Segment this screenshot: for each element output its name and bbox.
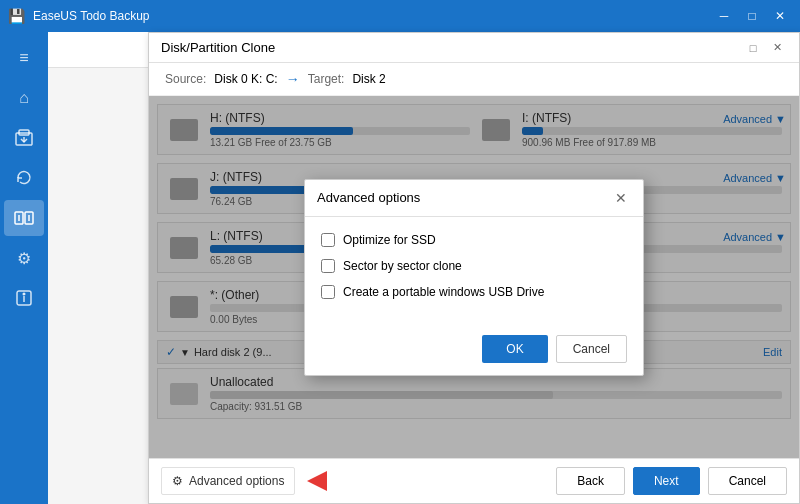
portable-usb-checkbox[interactable] (321, 285, 335, 299)
target-value: Disk 2 (352, 72, 385, 86)
modal-close-button[interactable]: ✕ (611, 188, 631, 208)
sidebar: ≡ ⌂ ⚙ (0, 32, 48, 504)
sidebar-item-home[interactable]: ⌂ (4, 80, 44, 116)
sidebar-item-tools[interactable]: ⚙ (4, 240, 44, 276)
modal-overlay: Advanced options ✕ Optimize for SSD Sect… (149, 96, 799, 458)
source-value: Disk 0 K: C: (214, 72, 277, 86)
sidebar-item-menu[interactable]: ≡ (4, 40, 44, 76)
sidebar-item-recovery[interactable] (4, 160, 44, 196)
maximize-button[interactable]: □ (740, 6, 764, 26)
optimize-ssd-label: Optimize for SSD (343, 233, 436, 247)
modal-body: Optimize for SSD Sector by sector clone … (305, 217, 643, 327)
disk-list-area[interactable]: H: (NTFS) 13.21 GB Free of 23.75 GB I: (… (149, 96, 799, 458)
portable-usb-label: Create a portable windows USB Drive (343, 285, 544, 299)
advanced-options-label: Advanced options (189, 474, 284, 488)
sidebar-item-clone[interactable] (4, 200, 44, 236)
target-label: Target: (308, 72, 345, 86)
content-area: Sort by Type ▼ Disk/Partition Clone □ ✕ … (48, 32, 800, 504)
app-icon: 💾 (8, 8, 25, 24)
sidebar-item-info[interactable] (4, 280, 44, 316)
sector-clone-checkbox[interactable] (321, 259, 335, 273)
modal-ok-button[interactable]: OK (482, 335, 547, 363)
cancel-button[interactable]: Cancel (708, 467, 787, 495)
back-button[interactable]: Back (556, 467, 625, 495)
close-button[interactable]: ✕ (768, 6, 792, 26)
clone-close-button[interactable]: ✕ (767, 39, 787, 57)
title-bar-controls: ─ □ ✕ (712, 6, 792, 26)
checkbox-row-2: Sector by sector clone (321, 259, 627, 273)
clone-maximize-button[interactable]: □ (743, 39, 763, 57)
modal-title-bar: Advanced options ✕ (305, 180, 643, 217)
source-target-row: Source: Disk 0 K: C: → Target: Disk 2 (149, 63, 799, 96)
svg-point-9 (23, 293, 25, 295)
clone-window-title: Disk/Partition Clone (161, 40, 275, 55)
clone-title-bar: Disk/Partition Clone □ ✕ (149, 33, 799, 63)
sidebar-item-backup[interactable] (4, 120, 44, 156)
minimize-button[interactable]: ─ (712, 6, 736, 26)
modal-title: Advanced options (317, 190, 420, 205)
clone-window: Disk/Partition Clone □ ✕ Source: Disk 0 … (148, 32, 800, 504)
modal-cancel-button[interactable]: Cancel (556, 335, 627, 363)
checkbox-row-1: Optimize for SSD (321, 233, 627, 247)
checkbox-row-3: Create a portable windows USB Drive (321, 285, 627, 299)
clone-window-controls: □ ✕ (743, 39, 787, 57)
app-body: ≡ ⌂ ⚙ (0, 32, 800, 504)
clone-bottom-bar: ⚙ Advanced options Back Next Cancel (149, 458, 799, 503)
gear-icon: ⚙ (172, 474, 183, 488)
app-title: EaseUS Todo Backup (33, 9, 704, 23)
arrow-icon: → (286, 71, 300, 87)
modal-footer: OK Cancel (305, 327, 643, 375)
advanced-options-modal: Advanced options ✕ Optimize for SSD Sect… (304, 179, 644, 376)
next-button[interactable]: Next (633, 467, 700, 495)
source-label: Source: (165, 72, 206, 86)
sector-clone-label: Sector by sector clone (343, 259, 462, 273)
title-bar: 💾 EaseUS Todo Backup ─ □ ✕ (0, 0, 800, 32)
red-arrow-indicator (307, 471, 327, 491)
optimize-ssd-checkbox[interactable] (321, 233, 335, 247)
advanced-options-button[interactable]: ⚙ Advanced options (161, 467, 295, 495)
